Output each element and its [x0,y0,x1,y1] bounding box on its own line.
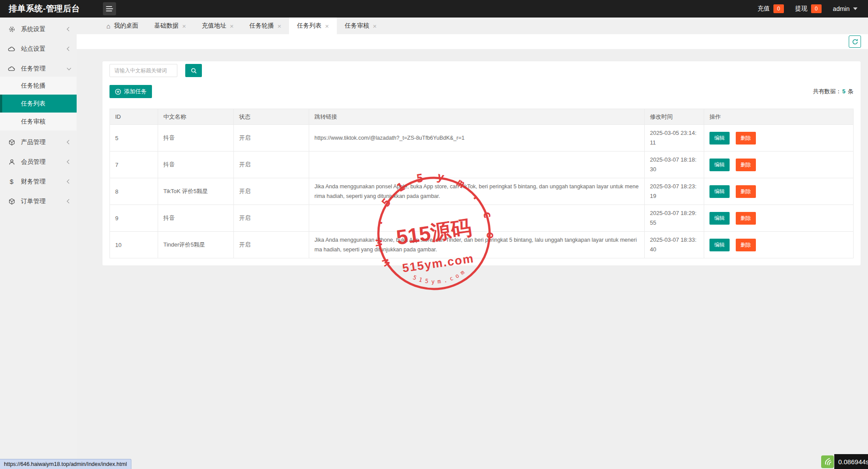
add-task-label: 添加任务 [124,88,147,95]
cell-link: Jika Anda menggunakan iPhone, buka App s… [309,232,645,258]
search-input[interactable] [109,64,177,77]
total-prefix: 共有数据： [813,88,841,95]
cloud-icon [8,65,15,72]
tab-task-review[interactable]: 任务审核 × [337,18,385,34]
cell-name: 抖音 [158,205,234,232]
edit-button[interactable]: 编辑 [709,185,730,198]
tab-label: 充值地址 [202,22,226,30]
col-header-time: 修改时间 [645,109,704,125]
recharge-link[interactable]: 充值 0 [758,4,784,13]
close-icon[interactable]: × [230,23,234,29]
chevron-left-icon [67,199,71,204]
cell-name: Tinder评价5颗星 [158,232,234,258]
sidebar-item-task-management[interactable]: 任务管理 [0,60,77,77]
delete-button[interactable]: 删除 [736,239,756,251]
withdraw-link[interactable]: 提现 0 [795,4,822,13]
sidebar-item-member-management[interactable]: 会员管理 [0,154,77,170]
cell-link: https://www.tiktok.com/@lazadath?_t=ZS-8… [309,125,645,152]
cell-time: 2025-03-07 18:23:19 [645,178,704,205]
refresh-button[interactable] [849,35,861,48]
dollar-icon: $ [8,178,15,185]
sidebar-item-site-settings[interactable]: 站点设置 [0,41,77,57]
chevron-left-icon [67,27,71,32]
sidebar-item-task-carousel[interactable]: 任务轮播 [0,77,77,95]
close-icon[interactable]: × [182,23,186,29]
toolbar-strip [77,34,868,49]
search-icon [191,67,197,74]
col-header-id: ID [110,109,158,125]
top-header: 排单系统-管理后台 充值 0 提现 0 admin [0,0,868,18]
cell-status: 开启 [234,125,309,152]
cell-status: 开启 [234,232,309,258]
sidebar-item-product-management[interactable]: 产品管理 [0,134,77,150]
link-preview-tooltip: https://646.haiwaiym18.top/admin/Index/i… [0,459,131,469]
delete-button[interactable]: 删除 [736,212,756,225]
edit-button[interactable]: 编辑 [709,212,730,225]
total-count-text: 共有数据：5 条 [813,88,854,95]
main-content: ⌂ 我的桌面 基础数据 × 充值地址 × 任务轮播 × 任务列表 × 任务审核 … [77,18,868,469]
hamburger-menu-icon[interactable] [103,2,116,15]
tab-label: 任务轮播 [250,22,274,30]
table-row: 9 抖音 开启 2025-03-07 18:29:55 编辑 删除 [110,205,854,232]
col-header-ops: 操作 [704,109,854,125]
close-icon[interactable]: × [278,23,282,29]
sidebar-subitem-label: 任务列表 [21,100,71,108]
sidebar-item-task-list[interactable]: 任务列表 [0,95,77,113]
chevron-left-icon [67,47,71,51]
recharge-label: 充值 [758,5,770,13]
tab-recharge-address[interactable]: 充值地址 × [194,18,242,34]
recharge-count-badge: 0 [773,4,784,13]
sidebar-item-order-management[interactable]: 订单管理 [0,193,77,209]
sidebar-item-finance-management[interactable]: $ 财务管理 [0,173,77,190]
table-row: 8 TikToK 评价5颗星 开启 Jika Anda menggunakan … [110,178,854,205]
chevron-left-icon [67,180,71,184]
sidebar: 系统设置 站点设置 任务管理 任务轮播 任务列表 任务 [0,18,77,469]
table-header-row: ID 中文名称 状态 跳转链接 修改时间 操作 [110,109,854,125]
withdraw-count-badge: 0 [811,4,822,13]
sidebar-item-task-review[interactable]: 任务审核 [0,113,77,130]
edit-button[interactable]: 编辑 [709,239,730,251]
sidebar-item-label: 会员管理 [21,158,67,166]
delete-button[interactable]: 删除 [736,185,756,198]
search-button[interactable] [185,64,202,77]
chevron-left-icon [67,160,71,164]
close-icon[interactable]: × [373,23,377,29]
tab-label: 我的桌面 [114,22,138,30]
username: admin [833,5,850,12]
cell-link: Jika Anda menggunakan ponsel Apple, buka… [309,178,645,205]
add-task-button[interactable]: 添加任务 [109,85,152,98]
cell-id: 8 [110,178,158,205]
cube-icon [8,197,15,205]
table-row: 10 Tinder评价5颗星 开启 Jika Anda menggunakan … [110,232,854,258]
table-row: 5 抖音 开启 https://www.tiktok.com/@lazadath… [110,125,854,152]
cube-icon [8,138,15,146]
edit-button[interactable]: 编辑 [709,159,730,171]
plus-circle-icon [115,88,121,95]
tab-basic-data[interactable]: 基础数据 × [146,18,194,34]
delete-button[interactable]: 删除 [736,132,756,145]
sidebar-item-label: 财务管理 [21,178,67,186]
tab-my-desktop[interactable]: ⌂ 我的桌面 [99,18,146,34]
cell-name: 抖音 [158,125,234,152]
tab-task-carousel[interactable]: 任务轮播 × [242,18,289,34]
home-icon: ⌂ [106,23,110,29]
task-table: ID 中文名称 状态 跳转链接 修改时间 操作 5 抖音 开启 https://… [109,109,854,258]
thinkphp-logo-icon[interactable] [821,455,834,468]
cell-time: 2025-03-07 18:18:30 [645,152,704,178]
tab-label: 任务审核 [345,22,369,30]
total-count: 5 [841,88,846,95]
user-menu[interactable]: admin [833,5,857,12]
tab-label: 基础数据 [154,22,179,30]
close-icon[interactable]: × [325,23,329,29]
withdraw-label: 提现 [795,5,808,13]
delete-button[interactable]: 删除 [736,159,756,171]
sidebar-item-system-settings[interactable]: 系统设置 [0,21,77,37]
cell-time: 2025-03-07 18:29:55 [645,205,704,232]
debug-trace-bar: 0.086944s [821,454,868,469]
tab-task-list[interactable]: 任务列表 × [289,18,337,34]
cell-link [309,152,645,178]
edit-button[interactable]: 编辑 [709,132,730,145]
cell-id: 9 [110,205,158,232]
execution-time: 0.086944s [834,454,868,469]
sidebar-item-label: 任务管理 [21,65,67,73]
